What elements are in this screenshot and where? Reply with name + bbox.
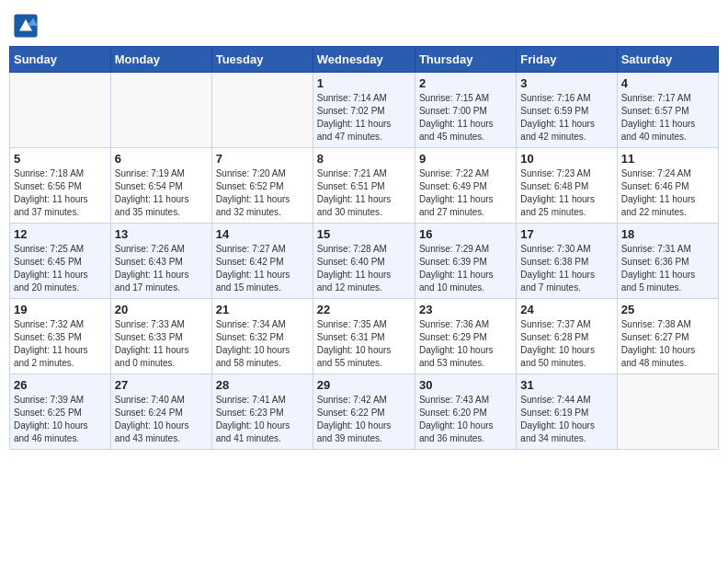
calendar-cell: 20Sunrise: 7:33 AM Sunset: 6:33 PM Dayli…: [110, 299, 211, 374]
day-info: Sunrise: 7:22 AM Sunset: 6:49 PM Dayligh…: [419, 167, 512, 219]
day-number: 9: [419, 152, 512, 166]
calendar-cell: 23Sunrise: 7:36 AM Sunset: 6:29 PM Dayli…: [415, 299, 516, 374]
day-info: Sunrise: 7:28 AM Sunset: 6:40 PM Dayligh…: [317, 243, 411, 294]
calendar-cell: 3Sunrise: 7:16 AM Sunset: 6:59 PM Daylig…: [517, 73, 617, 148]
calendar-week-1: 1Sunrise: 7:14 AM Sunset: 7:02 PM Daylig…: [10, 73, 719, 148]
column-header-thursday: Thursday: [415, 47, 516, 73]
day-info: Sunrise: 7:33 AM Sunset: 6:33 PM Dayligh…: [115, 318, 208, 370]
calendar-cell: 19Sunrise: 7:32 AM Sunset: 6:35 PM Dayli…: [10, 299, 111, 374]
calendar-cell: 11Sunrise: 7:24 AM Sunset: 6:46 PM Dayli…: [617, 148, 718, 224]
day-info: Sunrise: 7:27 AM Sunset: 6:42 PM Dayligh…: [216, 243, 309, 294]
day-number: 3: [520, 76, 612, 90]
calendar-cell: 17Sunrise: 7:30 AM Sunset: 6:38 PM Dayli…: [517, 224, 617, 299]
column-header-tuesday: Tuesday: [211, 47, 313, 73]
day-number: 19: [14, 303, 107, 316]
page-header: [9, 9, 719, 39]
day-number: 23: [419, 303, 512, 316]
calendar-week-5: 26Sunrise: 7:39 AM Sunset: 6:25 PM Dayli…: [10, 374, 719, 450]
calendar-table: SundayMondayTuesdayWednesdayThursdayFrid…: [9, 46, 719, 450]
day-number: 25: [621, 303, 714, 316]
day-number: 12: [14, 227, 107, 241]
day-info: Sunrise: 7:36 AM Sunset: 6:29 PM Dayligh…: [419, 318, 512, 370]
day-info: Sunrise: 7:34 AM Sunset: 6:32 PM Dayligh…: [216, 318, 309, 370]
calendar-cell: 7Sunrise: 7:20 AM Sunset: 6:52 PM Daylig…: [211, 148, 313, 224]
day-info: Sunrise: 7:37 AM Sunset: 6:28 PM Dayligh…: [520, 318, 612, 370]
day-number: 30: [419, 378, 512, 392]
calendar-cell: [110, 73, 211, 148]
day-number: 4: [621, 76, 714, 90]
column-header-monday: Monday: [110, 47, 211, 73]
calendar-cell: 1Sunrise: 7:14 AM Sunset: 7:02 PM Daylig…: [313, 73, 415, 148]
day-number: 8: [317, 152, 411, 166]
day-number: 24: [520, 303, 612, 316]
day-info: Sunrise: 7:17 AM Sunset: 6:57 PM Dayligh…: [621, 92, 714, 144]
calendar-cell: 30Sunrise: 7:43 AM Sunset: 6:20 PM Dayli…: [415, 374, 516, 450]
day-number: 29: [317, 378, 411, 392]
calendar-cell: 8Sunrise: 7:21 AM Sunset: 6:51 PM Daylig…: [313, 148, 415, 224]
calendar-cell: 24Sunrise: 7:37 AM Sunset: 6:28 PM Dayli…: [517, 299, 617, 374]
column-header-friday: Friday: [517, 47, 617, 73]
day-info: Sunrise: 7:35 AM Sunset: 6:31 PM Dayligh…: [317, 318, 411, 370]
calendar-week-2: 5Sunrise: 7:18 AM Sunset: 6:56 PM Daylig…: [10, 148, 719, 224]
day-info: Sunrise: 7:16 AM Sunset: 6:59 PM Dayligh…: [520, 92, 612, 144]
day-info: Sunrise: 7:24 AM Sunset: 6:46 PM Dayligh…: [621, 167, 714, 219]
calendar-header-row: SundayMondayTuesdayWednesdayThursdayFrid…: [10, 47, 719, 73]
day-info: Sunrise: 7:18 AM Sunset: 6:56 PM Dayligh…: [14, 167, 107, 219]
calendar-cell: 10Sunrise: 7:23 AM Sunset: 6:48 PM Dayli…: [517, 148, 617, 224]
logo-icon: [13, 13, 39, 39]
day-info: Sunrise: 7:44 AM Sunset: 6:19 PM Dayligh…: [520, 394, 612, 445]
day-number: 16: [419, 227, 512, 241]
day-info: Sunrise: 7:30 AM Sunset: 6:38 PM Dayligh…: [520, 243, 612, 294]
calendar-week-3: 12Sunrise: 7:25 AM Sunset: 6:45 PM Dayli…: [10, 224, 719, 299]
day-info: Sunrise: 7:15 AM Sunset: 7:00 PM Dayligh…: [419, 92, 512, 144]
day-number: 17: [520, 227, 612, 241]
calendar-cell: [211, 73, 313, 148]
day-info: Sunrise: 7:14 AM Sunset: 7:02 PM Dayligh…: [317, 92, 411, 144]
day-info: Sunrise: 7:23 AM Sunset: 6:48 PM Dayligh…: [520, 167, 612, 219]
column-header-sunday: Sunday: [10, 47, 111, 73]
day-info: Sunrise: 7:38 AM Sunset: 6:27 PM Dayligh…: [621, 318, 714, 370]
day-number: 20: [115, 303, 208, 316]
calendar-week-4: 19Sunrise: 7:32 AM Sunset: 6:35 PM Dayli…: [10, 299, 719, 374]
day-info: Sunrise: 7:43 AM Sunset: 6:20 PM Dayligh…: [419, 394, 512, 445]
calendar-cell: 21Sunrise: 7:34 AM Sunset: 6:32 PM Dayli…: [211, 299, 313, 374]
logo: [13, 13, 40, 39]
calendar-cell: 6Sunrise: 7:19 AM Sunset: 6:54 PM Daylig…: [110, 148, 211, 224]
day-number: 6: [115, 152, 208, 166]
column-header-saturday: Saturday: [617, 47, 718, 73]
calendar-cell: 22Sunrise: 7:35 AM Sunset: 6:31 PM Dayli…: [313, 299, 415, 374]
calendar-cell: 26Sunrise: 7:39 AM Sunset: 6:25 PM Dayli…: [10, 374, 111, 450]
calendar-cell: 27Sunrise: 7:40 AM Sunset: 6:24 PM Dayli…: [110, 374, 211, 450]
day-number: 28: [216, 378, 309, 392]
calendar-cell: 5Sunrise: 7:18 AM Sunset: 6:56 PM Daylig…: [10, 148, 111, 224]
calendar-cell: [617, 374, 718, 450]
day-info: Sunrise: 7:21 AM Sunset: 6:51 PM Dayligh…: [317, 167, 411, 219]
calendar-cell: [10, 73, 111, 148]
day-number: 18: [621, 227, 714, 241]
day-number: 14: [216, 227, 309, 241]
day-number: 2: [419, 76, 512, 90]
day-info: Sunrise: 7:25 AM Sunset: 6:45 PM Dayligh…: [14, 243, 107, 294]
day-info: Sunrise: 7:20 AM Sunset: 6:52 PM Dayligh…: [216, 167, 309, 219]
day-info: Sunrise: 7:31 AM Sunset: 6:36 PM Dayligh…: [621, 243, 714, 294]
day-info: Sunrise: 7:19 AM Sunset: 6:54 PM Dayligh…: [115, 167, 208, 219]
day-number: 27: [115, 378, 208, 392]
column-header-wednesday: Wednesday: [313, 47, 415, 73]
day-number: 31: [520, 378, 612, 392]
calendar-cell: 16Sunrise: 7:29 AM Sunset: 6:39 PM Dayli…: [415, 224, 516, 299]
calendar-cell: 4Sunrise: 7:17 AM Sunset: 6:57 PM Daylig…: [617, 73, 718, 148]
day-number: 7: [216, 152, 309, 166]
calendar-cell: 25Sunrise: 7:38 AM Sunset: 6:27 PM Dayli…: [617, 299, 718, 374]
calendar-cell: 31Sunrise: 7:44 AM Sunset: 6:19 PM Dayli…: [517, 374, 617, 450]
calendar-cell: 15Sunrise: 7:28 AM Sunset: 6:40 PM Dayli…: [313, 224, 415, 299]
day-number: 15: [317, 227, 411, 241]
calendar-cell: 12Sunrise: 7:25 AM Sunset: 6:45 PM Dayli…: [10, 224, 111, 299]
day-info: Sunrise: 7:41 AM Sunset: 6:23 PM Dayligh…: [216, 394, 309, 445]
day-number: 13: [115, 227, 208, 241]
day-info: Sunrise: 7:39 AM Sunset: 6:25 PM Dayligh…: [14, 394, 107, 445]
day-info: Sunrise: 7:40 AM Sunset: 6:24 PM Dayligh…: [115, 394, 208, 445]
calendar-cell: 2Sunrise: 7:15 AM Sunset: 7:00 PM Daylig…: [415, 73, 516, 148]
day-number: 5: [14, 152, 107, 166]
day-number: 10: [520, 152, 612, 166]
calendar-cell: 18Sunrise: 7:31 AM Sunset: 6:36 PM Dayli…: [617, 224, 718, 299]
